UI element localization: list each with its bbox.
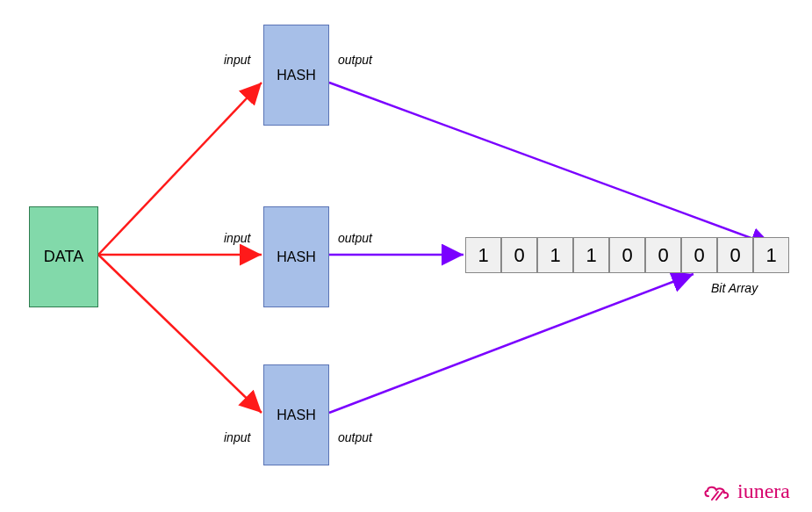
- hash-block-2-label: HASH: [277, 249, 315, 265]
- edge-hash3-bits: [329, 274, 693, 413]
- input-label-3: input: [224, 430, 250, 444]
- edge-hash1-bits: [329, 83, 772, 246]
- brand-name: iunera: [737, 480, 790, 503]
- bit-cell-0: 1: [465, 237, 501, 273]
- bit-array-caption: Bit Array: [711, 281, 758, 295]
- hash-block-1-label: HASH: [277, 68, 315, 83]
- cloud-icon: [702, 482, 732, 501]
- brand-logo: iunera: [702, 480, 790, 503]
- output-label-3: output: [338, 430, 372, 444]
- bit-cell-7: 0: [717, 237, 753, 273]
- bit-cell-5: 0: [645, 237, 681, 273]
- bit-cell-4: 0: [609, 237, 645, 273]
- bit-cell-2: 1: [537, 237, 573, 273]
- hash-block-2: HASH: [263, 206, 329, 307]
- bit-cell-1: 0: [501, 237, 537, 273]
- bit-cell-3: 1: [573, 237, 609, 273]
- output-label-1: output: [338, 53, 372, 67]
- hash-block-3: HASH: [263, 364, 329, 465]
- data-block-label: DATA: [44, 248, 83, 266]
- input-label-1: input: [224, 53, 250, 67]
- bit-cell-6: 0: [681, 237, 717, 273]
- output-label-2: output: [338, 231, 372, 245]
- bit-array: 1 0 1 1 0 0 0 0 1: [465, 237, 789, 273]
- hash-block-3-label: HASH: [277, 407, 315, 423]
- edge-data-hash1: [98, 83, 262, 255]
- input-label-2: input: [224, 231, 250, 245]
- hash-block-1: HASH: [263, 25, 329, 126]
- data-block: DATA: [29, 206, 98, 307]
- bit-cell-8: 1: [753, 237, 789, 273]
- edge-data-hash3: [98, 255, 262, 413]
